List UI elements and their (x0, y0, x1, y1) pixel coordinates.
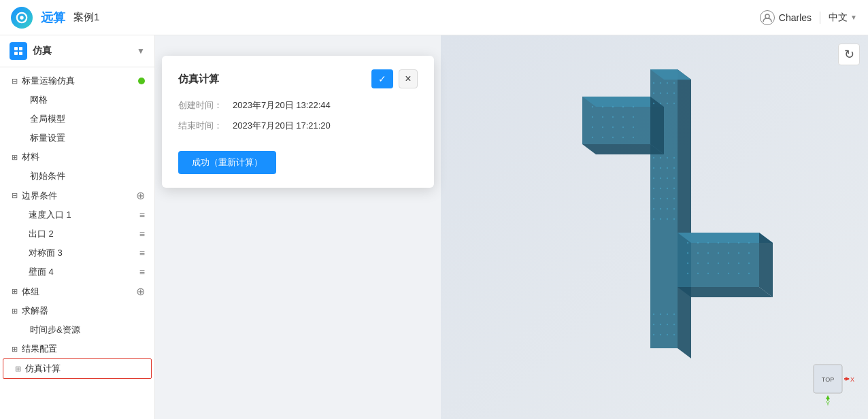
sidebar-item-solver[interactable]: ⊞ 求解器 (0, 301, 154, 320)
3d-scene: ↻ (441, 35, 868, 419)
menu-icon[interactable]: ≡ (139, 229, 145, 239)
add-volume-icon[interactable]: ⊕ (136, 285, 145, 298)
sidebar-item-label: 边界条件 (22, 190, 57, 202)
language-label: 中文 (829, 12, 848, 24)
sidebar-item-result-config[interactable]: ⊞ 结果配置 (0, 339, 154, 358)
expand-icon: ⊞ (10, 152, 19, 162)
sidebar-item-scalar-transport[interactable]: ⊟ 标量运输仿真 (0, 71, 154, 90)
language-selector[interactable]: 中文 ▼ (829, 12, 857, 24)
svg-point-99 (707, 252, 709, 254)
svg-point-82 (612, 127, 614, 128)
svg-point-116 (738, 273, 739, 274)
refresh-icon: ↻ (844, 47, 854, 62)
sidebar-item-label: 结果配置 (22, 343, 57, 355)
svg-point-25 (673, 93, 675, 94)
svg-point-50 (653, 208, 654, 210)
svg-point-22 (653, 93, 654, 94)
main-layout: 仿真 ▼ ⊟ 标量运输仿真 网格 全局模型 (0, 35, 868, 419)
menu-icon[interactable]: ≡ (139, 267, 145, 278)
svg-point-29 (673, 103, 675, 104)
menu-icon[interactable]: ≡ (139, 210, 145, 220)
expand-icon: ⊞ (10, 287, 19, 297)
svg-marker-121 (826, 395, 830, 399)
sim-compute-popup: 仿真计算 ✓ × 创建时间： 2023年7月20日 13:22:44 结束时间：… (162, 56, 434, 188)
svg-point-77 (612, 116, 614, 118)
end-time-value: 2023年7月20日 17:21:20 (233, 120, 331, 132)
svg-marker-17 (759, 233, 773, 297)
svg-point-52 (667, 208, 668, 210)
sidebar-item-volume-group[interactable]: ⊞ 体组 ⊕ (0, 282, 154, 301)
svg-point-69 (673, 334, 675, 335)
project-name: 案例1 (73, 11, 99, 24)
menu-icon[interactable]: ≡ (139, 248, 145, 258)
svg-point-30 (653, 157, 654, 158)
user-section[interactable]: Charles (760, 10, 812, 25)
svg-point-26 (653, 103, 654, 104)
sidebar-item-label: 材料 (22, 151, 39, 163)
svg-point-19 (660, 82, 661, 84)
svg-text:X: X (850, 376, 854, 383)
popup-close-button[interactable]: × (399, 69, 418, 88)
sidebar-item-materials[interactable]: ⊞ 材料 (0, 148, 154, 167)
svg-point-57 (673, 218, 675, 220)
sidebar-item-boundary-conditions[interactable]: ⊟ 边界条件 ⊕ (0, 186, 154, 205)
refresh-button[interactable]: ↻ (838, 44, 860, 65)
sidebar-title: 仿真 (33, 45, 52, 57)
svg-point-107 (718, 263, 719, 264)
sidebar-item-grid[interactable]: 网格 (0, 90, 154, 110)
chevron-down-icon: ▼ (850, 14, 857, 21)
svg-point-41 (673, 178, 675, 179)
expand-icon: ⊟ (10, 191, 19, 201)
svg-point-61 (673, 314, 675, 315)
svg-point-32 (667, 157, 668, 158)
end-time-label: 结束时间： (178, 120, 233, 132)
sidebar-item-scalar-settings[interactable]: 标量设置 (0, 129, 154, 148)
svg-point-78 (622, 116, 624, 118)
svg-point-117 (748, 273, 750, 274)
svg-point-67 (660, 334, 661, 335)
sidebar-item-velocity-inlet[interactable]: 速度入口 1 ≡ (0, 205, 154, 224)
svg-point-34 (653, 167, 654, 169)
svg-rect-5 (14, 52, 18, 55)
sidebar-item-outlet[interactable]: 出口 2 ≡ (0, 224, 154, 244)
svg-marker-11 (582, 144, 664, 154)
svg-point-110 (748, 263, 750, 264)
svg-point-86 (602, 137, 603, 138)
svg-point-2 (765, 14, 769, 18)
sidebar-item-symmetry[interactable]: 对称面 3 ≡ (0, 244, 154, 263)
sidebar-item-label: 速度入口 1 (29, 209, 71, 221)
sidebar-item-wall[interactable]: 壁面 4 ≡ (0, 263, 154, 282)
svg-point-105 (697, 263, 699, 264)
success-recalculate-button[interactable]: 成功（重新计算） (178, 151, 276, 174)
add-boundary-icon[interactable]: ⊕ (136, 189, 145, 202)
topbar-right: Charles 中文 ▼ (760, 10, 857, 25)
svg-point-88 (622, 137, 624, 138)
svg-point-39 (660, 178, 661, 179)
svg-point-31 (660, 157, 661, 158)
svg-point-81 (602, 127, 603, 128)
sidebar-item-global-model[interactable]: 全局模型 (0, 110, 154, 129)
check-icon: ✓ (378, 73, 386, 84)
sidebar-item-sim-compute[interactable]: ⊞ 仿真计算 (3, 358, 152, 379)
svg-point-115 (728, 273, 729, 274)
svg-point-43 (660, 188, 661, 189)
sidebar: 仿真 ▼ ⊟ 标量运输仿真 网格 全局模型 (0, 35, 155, 419)
svg-point-91 (697, 242, 699, 244)
svg-point-33 (673, 157, 675, 158)
topbar: 远算 案例1 Charles 中文 ▼ (0, 0, 868, 35)
svg-point-111 (687, 273, 688, 274)
sidebar-item-initial-conditions[interactable]: 初始条件 (0, 167, 154, 186)
expand-icon: ⊟ (10, 76, 19, 86)
popup-confirm-button[interactable]: ✓ (371, 69, 393, 88)
svg-point-73 (622, 106, 624, 107)
svg-point-74 (633, 106, 634, 107)
svg-point-18 (653, 82, 654, 84)
status-dot-icon (138, 78, 145, 84)
popup-header: 仿真计算 ✓ × (178, 69, 418, 88)
svg-point-80 (592, 127, 593, 128)
expand-icon: ⊞ (10, 344, 19, 354)
logo-text: 远算 (41, 10, 65, 26)
svg-point-55 (660, 218, 661, 220)
sidebar-collapse-icon[interactable]: ▼ (137, 46, 145, 56)
sidebar-item-time-resource[interactable]: 时间步&资源 (0, 320, 154, 339)
